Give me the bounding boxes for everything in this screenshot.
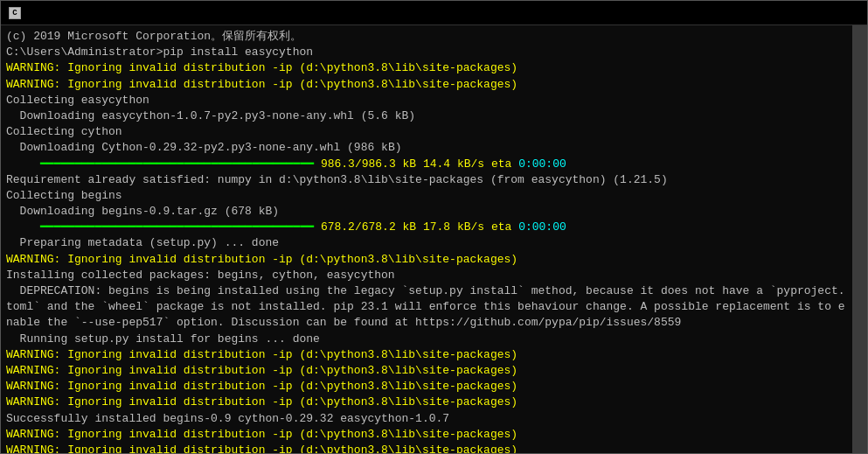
scrollbar[interactable] <box>852 25 867 453</box>
console-line: WARNING: Ignoring invalid distribution -… <box>6 60 847 76</box>
console-line: Downloading easycython-1.0.7-py2.py3-non… <box>6 108 847 124</box>
console-output[interactable]: (c) 2019 Microsoft Corporation。保留所有权利。C:… <box>1 25 852 453</box>
window-controls <box>746 1 867 25</box>
console-line: WARNING: Ignoring invalid distribution -… <box>6 252 847 268</box>
console-line: Collecting cython <box>6 124 847 140</box>
console-line: Collecting easycython <box>6 93 847 108</box>
console-line: Collecting begins <box>6 188 847 204</box>
console-line: WARNING: Ignoring invalid distribution -… <box>6 363 847 379</box>
console-line: Requirement already satisfied: numpy in … <box>6 172 847 188</box>
console-line: Running setup.py install for begins ... … <box>6 332 847 347</box>
console-line: WARNING: Ignoring invalid distribution -… <box>6 347 847 363</box>
minimize-button[interactable] <box>746 1 787 25</box>
console-line: WARNING: Ignoring invalid distribution -… <box>6 77 847 93</box>
close-button[interactable] <box>827 1 867 25</box>
maximize-button[interactable] <box>787 1 827 25</box>
cmd-window: C (c) 2019 Microsoft Corporation。保留所有权利。… <box>0 0 868 454</box>
console-line: WARNING: Ignoring invalid distribution -… <box>6 443 847 453</box>
console-line: Successfully installed begins-0.9 cython… <box>6 411 847 427</box>
console-line: Downloading Cython-0.29.32-py2.py3-none-… <box>6 140 847 156</box>
console-line: Installing collected packages: begins, c… <box>6 268 847 283</box>
console-line: (c) 2019 Microsoft Corporation。保留所有权利。 <box>6 29 847 45</box>
cmd-icon: C <box>9 7 21 19</box>
console-line: WARNING: Ignoring invalid distribution -… <box>6 427 847 443</box>
titlebar-icon: C <box>8 6 22 20</box>
console-line: ━━━━━━━━━━━━━━━━━━━━━━━━━━━━━━━━━━━━━━━━… <box>6 220 847 235</box>
console-line: Preparing metadata (setup.py) ... done <box>6 235 847 251</box>
console-line: Downloading begins-0.9.tar.gz (678 kB) <box>6 204 847 220</box>
titlebar: C <box>1 1 867 25</box>
console-line: C:\Users\Administrator>pip install easyc… <box>6 45 847 60</box>
console-area: (c) 2019 Microsoft Corporation。保留所有权利。C:… <box>1 25 867 453</box>
console-line: ━━━━━━━━━━━━━━━━━━━━━━━━━━━━━━━━━━━━━━━━… <box>6 157 847 172</box>
console-line: WARNING: Ignoring invalid distribution -… <box>6 395 847 410</box>
console-line: WARNING: Ignoring invalid distribution -… <box>6 379 847 395</box>
console-line: DEPRECATION: begins is being installed u… <box>6 283 847 332</box>
